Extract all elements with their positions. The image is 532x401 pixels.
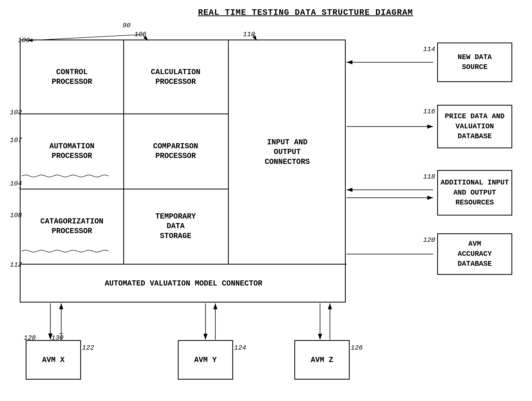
new-data-source-label: NEW DATASOURCE: [458, 52, 492, 72]
ref-107: 107: [10, 136, 22, 144]
cell-comparison-processor: COMPARISONPROCESSOR: [123, 114, 228, 189]
io-connectors-label: INPUT ANDOUTPUTCONNECTORS: [265, 137, 310, 167]
main-box: CONTROLPROCESSOR CALCULATIONPROCESSOR AU…: [20, 39, 346, 303]
ref-124: 124: [234, 344, 246, 352]
diagram-title: REAL TIME TESTING DATA STRUCTURE DIAGRAM: [198, 8, 413, 17]
ref-116: 116: [423, 108, 435, 115]
comparison-processor-label: COMPARISONPROCESSOR: [153, 141, 198, 161]
ref-114: 114: [423, 45, 435, 53]
cell-control-processor: CONTROLPROCESSOR: [20, 40, 123, 114]
avm-z-label: AVM Z: [311, 356, 333, 364]
cell-calculation-processor: CALCULATIONPROCESSOR: [123, 40, 228, 114]
control-processor-label: CONTROLPROCESSOR: [51, 67, 92, 87]
ref-128: 128: [24, 334, 36, 342]
cell-automation-processor: AUTOMATIONPROCESSOR: [20, 114, 123, 189]
categorization-processor-label: CATAGORIZATIONPROCESSOR: [40, 217, 103, 236]
avm-accuracy-box: AVMACCURACYDATABASE: [437, 233, 512, 275]
price-data-box: PRICE DATA ANDVALUATIONDATABASE: [437, 105, 512, 148]
price-data-label: PRICE DATA ANDVALUATIONDATABASE: [445, 111, 505, 141]
cell-io-connectors: INPUT ANDOUTPUTCONNECTORS: [228, 40, 347, 264]
avm-x-box: AVM X: [26, 340, 81, 380]
ref-90: 90: [122, 22, 131, 29]
new-data-source-box: NEW DATASOURCE: [437, 43, 512, 82]
ref-110: 110: [243, 31, 255, 38]
avm-connector-label: AUTOMATED VALUATION MODEL CONNECTOR: [105, 278, 262, 288]
ref-100: 100: [18, 37, 30, 44]
avm-z-box: AVM Z: [294, 340, 350, 380]
ref-106: 106: [134, 31, 146, 38]
ref-108: 108: [10, 212, 22, 219]
ref-120: 120: [423, 236, 435, 244]
additional-io-label: ADDITIONAL INPUTAND OUTPUTRESOURCES: [441, 178, 509, 208]
cell-temporary-data-storage: TEMPORARYDATASTORAGE: [123, 189, 228, 264]
ref-122: 122: [82, 344, 94, 352]
diagram-container: REAL TIME TESTING DATA STRUCTURE DIAGRAM…: [0, 0, 532, 401]
cell-categorization-processor: CATAGORIZATIONPROCESSOR: [20, 189, 123, 264]
ref-102: 102: [10, 109, 22, 116]
avm-accuracy-label: AVMACCURACYDATABASE: [458, 239, 492, 269]
temporary-data-storage-label: TEMPORARYDATASTORAGE: [155, 212, 196, 241]
ref-112: 112: [10, 261, 22, 269]
ref-118: 118: [423, 173, 435, 181]
automation-processor-label: AUTOMATIONPROCESSOR: [49, 141, 95, 161]
avm-y-label: AVM Y: [194, 356, 217, 364]
title-area: REAL TIME TESTING DATA STRUCTURE DIAGRAM: [119, 8, 493, 17]
cell-avm-connector: AUTOMATED VALUATION MODEL CONNECTOR: [20, 264, 347, 303]
ref-126: 126: [351, 344, 363, 352]
ref-104: 104: [10, 180, 22, 188]
calculation-processor-label: CALCULATIONPROCESSOR: [151, 67, 201, 87]
avm-y-box: AVM Y: [178, 340, 233, 380]
additional-io-box: ADDITIONAL INPUTAND OUTPUTRESOURCES: [437, 170, 512, 215]
ref-130: 130: [51, 334, 63, 342]
avm-x-label: AVM X: [42, 356, 65, 364]
